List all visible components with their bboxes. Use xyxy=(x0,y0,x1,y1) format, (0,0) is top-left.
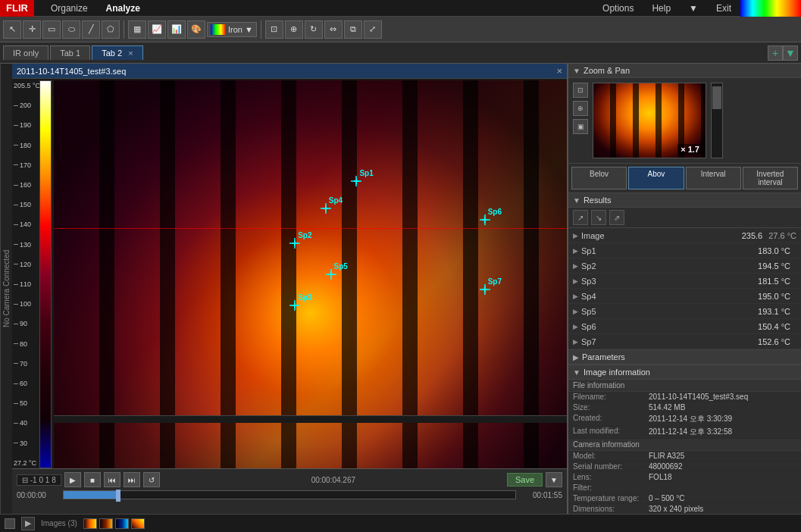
pip-btn[interactable]: ⧉ xyxy=(344,20,362,39)
model-label: Model: xyxy=(573,452,649,460)
size-value: 514.42 MB xyxy=(649,403,796,412)
image-info-section: ▼ Image information File information Fil… xyxy=(568,365,801,514)
image-info-header[interactable]: ▼ Image information xyxy=(568,365,801,380)
play-btn[interactable]: ▶ xyxy=(64,472,81,487)
sp2-row-value: 194.5 °C xyxy=(758,261,790,271)
next-frame-btn[interactable]: ⏭ xyxy=(124,472,140,487)
params-title: Parameters xyxy=(582,352,625,361)
sp4-row-arrow[interactable]: ▶ xyxy=(573,293,578,300)
sp5-row-value: 193.1 °C xyxy=(758,307,790,316)
sp6-row-value: 150.4 °C xyxy=(758,322,790,331)
menu-help-arrow[interactable]: ▼ xyxy=(680,2,707,15)
rect-tool[interactable]: ▭ xyxy=(42,20,61,39)
save-button[interactable]: Save xyxy=(507,473,543,487)
progress-thumb[interactable] xyxy=(116,490,120,502)
expand-btn[interactable]: ⤢ xyxy=(364,20,382,39)
crosshair-tool[interactable]: ✛ xyxy=(23,20,41,39)
sequence-display: ⊟ -1 0 1 8 xyxy=(17,474,61,486)
color-map-arrow: ▼ xyxy=(245,25,253,34)
polygon-tool[interactable]: ⬠ xyxy=(102,20,120,39)
results-icon-1[interactable]: ↗ xyxy=(573,210,588,225)
chart-btn[interactable]: 📈 xyxy=(148,20,166,39)
histogram-btn[interactable]: 📊 xyxy=(167,20,186,39)
zoom-pan-header[interactable]: ▼ Zoom & Pan xyxy=(568,64,801,78)
flip-h-btn[interactable]: ⇔ xyxy=(324,20,343,39)
left-panel: No Camera Connected 2011-10-14T1405_test… xyxy=(0,64,567,514)
results-sp4-row: ▶ Sp4 195.0 °C xyxy=(568,289,801,304)
progress-bar[interactable] xyxy=(63,490,516,499)
ellipse-tool[interactable]: ⬭ xyxy=(62,20,80,39)
image-row-arrow[interactable]: ▶ xyxy=(573,232,578,239)
palette-inverted-btn[interactable]: Inverted interval xyxy=(743,167,798,189)
zoom-scrollbar[interactable] xyxy=(711,83,723,158)
rotate-btn[interactable]: ↻ xyxy=(305,20,323,39)
save-dropdown-btn[interactable]: ▼ xyxy=(546,472,562,487)
results-icon-2[interactable]: ↘ xyxy=(591,210,606,225)
prev-frame-btn[interactable]: ⏮ xyxy=(104,472,120,487)
time-end: 00:01:55 xyxy=(521,491,562,499)
created-row: Created: 2011-12-14 오후 3:30:39 xyxy=(568,413,801,426)
tab-2[interactable]: Tab 2 × xyxy=(92,45,142,60)
stop-btn[interactable]: ■ xyxy=(84,472,101,487)
sp6-row-arrow[interactable]: ▶ xyxy=(573,323,578,330)
filter-label: Filter: xyxy=(573,483,649,492)
menu-exit[interactable]: Exit xyxy=(707,2,740,15)
progress-fill xyxy=(64,491,118,499)
results-title: Results xyxy=(584,196,612,205)
loop-btn[interactable]: ↺ xyxy=(143,472,160,487)
separator2 xyxy=(261,20,261,39)
line-tool[interactable]: ╱ xyxy=(82,20,100,39)
select-tool[interactable]: ↖ xyxy=(3,20,21,39)
dimensions-row: Dimensions: 320 x 240 pixels xyxy=(568,504,801,514)
thermal-image[interactable]: Sp1 Sp4 Sp2 Sp5 xyxy=(54,80,567,468)
palette-below-btn[interactable]: Belov xyxy=(571,167,627,189)
zoom-fit-btn[interactable]: ⊡ xyxy=(265,20,283,39)
lens-row: Lens: FOL18 xyxy=(568,472,801,483)
camera-info-header: Camera information xyxy=(568,439,801,451)
palette-interval-btn[interactable]: Interval xyxy=(686,167,741,189)
sp5-row-label: Sp5 xyxy=(581,307,758,316)
parameters-header[interactable]: ▶ Parameters xyxy=(568,350,801,365)
menu-analyze[interactable]: Analyze xyxy=(97,2,149,15)
created-value: 2011-12-14 오후 3:30:39 xyxy=(649,414,796,424)
menu-organize[interactable]: Organize xyxy=(42,2,97,15)
add-tab-btn[interactable]: + xyxy=(768,45,783,61)
image-close-btn[interactable]: × xyxy=(556,65,562,77)
tab-1[interactable]: Tab 1 xyxy=(50,45,90,60)
zoom-pan-content: ⊡ ⊕ ▣ × 1.7 xyxy=(568,78,801,163)
zoom-fit-icon[interactable]: ⊡ xyxy=(573,83,588,98)
sp7-row-arrow[interactable]: ▶ xyxy=(573,338,578,346)
status-play-btn[interactable]: ▶ xyxy=(21,517,35,530)
results-sp6-row: ▶ Sp6 150.4 °C xyxy=(568,319,801,334)
tab-2-close[interactable]: × xyxy=(128,49,133,58)
thumb-3 xyxy=(115,518,129,529)
color-map-selector[interactable]: Iron ▼ xyxy=(207,22,257,37)
palette-above-btn[interactable]: Abov xyxy=(628,167,684,189)
modified-value: 2011-12-14 오후 3:32:58 xyxy=(649,427,796,437)
zoom-pan-icon[interactable]: ⊕ xyxy=(573,101,588,116)
zoom-select-icon[interactable]: ▣ xyxy=(573,119,588,134)
zoom-btn[interactable]: ⊕ xyxy=(285,20,303,39)
results-header[interactable]: ▼ Results xyxy=(568,193,801,208)
modified-label: Last modified: xyxy=(573,427,649,437)
sp2-row-arrow[interactable]: ▶ xyxy=(573,262,578,270)
app-logo: FLIR xyxy=(0,0,34,17)
tab-ir-only[interactable]: IR only xyxy=(3,45,48,60)
color-fill-btn[interactable]: 🎨 xyxy=(187,20,205,39)
isotherms-btn[interactable]: ▦ xyxy=(128,20,146,39)
sp1-row-arrow[interactable]: ▶ xyxy=(573,247,578,255)
model-value: FLIR A325 xyxy=(649,452,796,460)
sp4-row-label: Sp4 xyxy=(581,292,758,301)
menu-options[interactable]: Options xyxy=(593,2,643,15)
menu-help[interactable]: Help xyxy=(643,2,680,15)
thumbnail-container[interactable]: × 1.7 xyxy=(593,83,706,158)
sp3-row-arrow[interactable]: ▶ xyxy=(573,277,578,285)
horizontal-scrollbar[interactable] xyxy=(54,415,567,423)
results-icon-3[interactable]: ⇗ xyxy=(609,210,624,225)
tab-dropdown-btn[interactable]: ▼ xyxy=(783,45,798,61)
sp5-row-arrow[interactable]: ▶ xyxy=(573,308,578,315)
zoom-scroll-thumb[interactable] xyxy=(712,86,721,109)
image-row-value1: 235.6 xyxy=(742,231,763,240)
sp2-row-label: Sp2 xyxy=(581,261,758,271)
image-info-title: Image information xyxy=(584,368,650,377)
